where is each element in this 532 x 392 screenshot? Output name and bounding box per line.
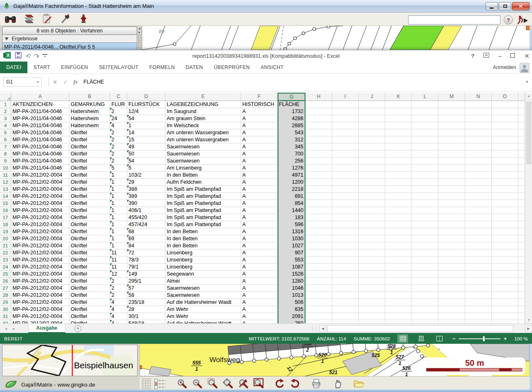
cell-J15[interactable] <box>359 200 385 207</box>
cell-O1[interactable] <box>492 101 518 108</box>
row-header-21[interactable]: 21 <box>0 242 11 249</box>
cell-J32[interactable] <box>359 320 385 323</box>
cell-F1[interactable]: HISTORISCH <box>241 101 278 108</box>
cell-G16[interactable]: 1440 <box>278 207 305 214</box>
cell-K11[interactable] <box>385 172 412 179</box>
row-header-17[interactable]: 17 <box>0 214 11 221</box>
cell-B17[interactable]: Okriftel <box>69 214 110 221</box>
cell-G12[interactable]: 1200 <box>278 179 305 186</box>
cell-L13[interactable] <box>412 186 438 193</box>
cell-B20[interactable]: Okriftel <box>69 235 110 242</box>
cell-D9[interactable]: 54 <box>127 158 165 165</box>
cell-E7[interactable]: Sauernwiesen <box>165 143 241 150</box>
cell-O17[interactable] <box>492 214 518 221</box>
cell-D31[interactable]: 30/1 <box>127 313 165 320</box>
row-header-25[interactable]: 25 <box>0 271 11 278</box>
cell-F25[interactable]: A <box>241 271 278 278</box>
zoom-full-icon[interactable] <box>252 377 265 390</box>
cell-H1[interactable] <box>305 101 332 108</box>
cell-P24[interactable] <box>518 264 525 271</box>
cell-N19[interactable] <box>465 228 492 235</box>
row-header-12[interactable]: 12 <box>0 179 11 186</box>
print-icon[interactable] <box>310 377 323 390</box>
cell-G19[interactable]: 1316 <box>278 228 305 235</box>
cell-C2[interactable]: 2 <box>110 108 127 115</box>
row-header-29[interactable]: 29 <box>0 299 11 306</box>
cell-J8[interactable] <box>359 150 385 158</box>
row-header-15[interactable]: 15 <box>0 200 11 207</box>
search-input[interactable] <box>408 15 500 25</box>
cell-A24[interactable]: MP-PA-2012/02-0004 <box>11 264 69 271</box>
cell-H17[interactable] <box>305 214 332 221</box>
cell-P3[interactable] <box>518 115 525 122</box>
page-layout-view-icon[interactable] <box>416 334 426 343</box>
cell-D25[interactable]: 149 <box>127 271 165 278</box>
cell-M29[interactable] <box>438 299 465 306</box>
cell-B16[interactable]: Okriftel <box>69 207 110 214</box>
cell-E12[interactable]: Aufm Feldchen <box>165 179 241 186</box>
cell-L2[interactable] <box>412 108 438 115</box>
row-header-23[interactable]: 23 <box>0 256 11 264</box>
cell-B3[interactable]: Hattersheim <box>69 115 110 122</box>
cell-N10[interactable] <box>465 165 492 172</box>
cell-G29[interactable]: 506 <box>278 299 305 306</box>
cell-K5[interactable] <box>385 129 412 136</box>
cell-O3[interactable] <box>492 115 518 122</box>
cell-K12[interactable] <box>385 179 412 186</box>
cell-I19[interactable] <box>332 228 359 235</box>
maximize-button[interactable] <box>499 2 511 10</box>
cell-B26[interactable]: Okriftel <box>69 278 110 285</box>
insert-function-icon[interactable]: fx <box>74 79 78 85</box>
cell-E23[interactable]: Linsenberg <box>165 256 241 264</box>
cell-H25[interactable] <box>305 271 332 278</box>
row-header-18[interactable]: 18 <box>0 221 11 228</box>
row-header-27[interactable]: 27 <box>0 285 11 292</box>
cell-C6[interactable]: 2 <box>110 136 127 143</box>
page-break-view-icon[interactable] <box>434 334 445 343</box>
cell-M24[interactable] <box>438 264 465 271</box>
cell-F9[interactable]: A <box>241 158 278 165</box>
cell-M1[interactable] <box>438 101 465 108</box>
cell-L16[interactable] <box>412 207 438 214</box>
excel-help-icon[interactable]: ? <box>471 53 474 59</box>
cell-L29[interactable] <box>412 299 438 306</box>
ribbon-tab-überprüfen[interactable]: ÜBERPRÜFEN <box>214 62 250 73</box>
cell-F24[interactable]: A <box>241 264 278 271</box>
cell-D7[interactable]: 49 <box>127 143 165 150</box>
row-header-19[interactable]: 19 <box>0 228 11 235</box>
cell-E28[interactable]: Sauernwiesen <box>165 292 241 299</box>
cell-G13[interactable]: 2218 <box>278 186 305 193</box>
cell-B23[interactable]: Okriftel <box>69 256 110 264</box>
layer-control-icon[interactable] <box>154 377 167 390</box>
cell-C15[interactable]: 1 <box>110 200 127 207</box>
cell-E15[interactable]: Im Spiß am Plattenpfad <box>165 200 241 207</box>
cell-E31[interactable]: Am Wehr <box>165 313 241 320</box>
row-header-9[interactable]: 9 <box>0 158 11 165</box>
cell-O11[interactable] <box>492 172 518 179</box>
cell-G8[interactable]: 700 <box>278 150 305 158</box>
cell-P5[interactable] <box>518 129 525 136</box>
cell-N1[interactable] <box>465 101 492 108</box>
cell-M13[interactable] <box>438 186 465 193</box>
cell-G27[interactable]: 1046 <box>278 285 305 292</box>
cell-F7[interactable]: A <box>241 143 278 150</box>
row-header-13[interactable]: 13 <box>0 186 11 193</box>
cell-J2[interactable] <box>359 108 385 115</box>
cell-E4[interactable]: Im Welscheck <box>165 122 241 129</box>
zoom-slider-thumb[interactable] <box>483 336 485 341</box>
cell-M25[interactable] <box>438 271 465 278</box>
cell-C4[interactable]: 4 <box>110 122 127 129</box>
cell-D30[interactable]: 28 <box>127 306 165 313</box>
cell-A26[interactable]: MP-PA-2012/02-0004 <box>11 278 69 285</box>
cell-I23[interactable] <box>332 256 359 264</box>
cell-A8[interactable]: MP-PA-2011/04-0046 <box>11 150 69 158</box>
cell-G9[interactable]: 256 <box>278 158 305 165</box>
cell-G25[interactable]: 1526 <box>278 271 305 278</box>
row-header-2[interactable]: 2 <box>0 108 11 115</box>
cell-C5[interactable]: 2 <box>110 129 127 136</box>
cell-M11[interactable] <box>438 172 465 179</box>
cell-I29[interactable] <box>332 299 359 306</box>
cell-P15[interactable] <box>518 200 525 207</box>
cell-I20[interactable] <box>332 235 359 242</box>
cell-A12[interactable]: MP-PA-2012/02-0004 <box>11 179 69 186</box>
